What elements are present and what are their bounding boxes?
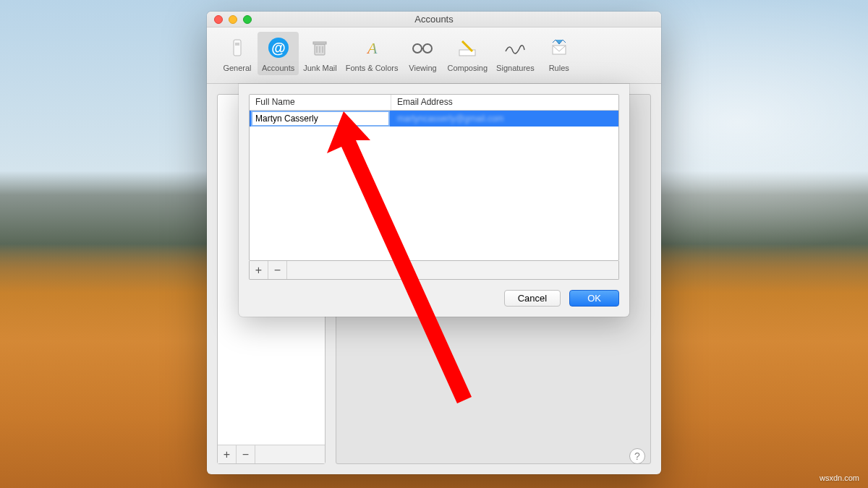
email-addresses-dialog: Full Name Email Address martyncasserly@g… [239,84,629,317]
trash-icon [307,35,333,61]
pen-icon [454,35,480,61]
column-header-email[interactable]: Email Address [391,95,618,110]
tab-label: Rules [549,64,569,72]
table-header: Full Name Email Address [250,95,618,111]
add-account-button[interactable]: + [218,445,237,463]
tab-signatures[interactable]: Signatures [492,32,539,75]
tab-label: Accounts [262,64,294,72]
help-button[interactable]: ? [629,448,645,464]
titlebar[interactable]: Accounts [207,12,661,27]
at-icon: @ [265,35,292,61]
watermark: wsxdn.com [820,474,859,482]
tab-label: Junk Mail [303,64,336,72]
svg-rect-0 [234,40,241,56]
svg-text:A: A [366,39,378,57]
tab-label: Composing [447,64,488,72]
rules-icon [546,35,572,61]
cell-name [250,111,391,127]
svg-point-11 [423,44,432,53]
preferences-toolbar: General @ Accounts Junk Mail A Fonts & C… [207,27,661,84]
tab-label: Signatures [496,64,535,72]
addresses-table: Full Name Email Address martyncasserly@g… [249,94,619,261]
ok-button[interactable]: OK [569,290,619,307]
remove-address-button[interactable]: − [268,261,287,279]
signature-icon [502,35,528,61]
fonts-icon: A [359,35,385,61]
window-title: Accounts [207,14,661,25]
remove-account-button[interactable]: − [237,445,255,463]
tab-viewing[interactable]: Viewing [402,32,443,75]
tab-label: Viewing [409,64,436,72]
dialog-buttons: Cancel OK [249,290,619,307]
tab-label: Fonts & Colors [346,64,399,72]
svg-text:@: @ [271,40,286,56]
svg-rect-1 [235,43,239,46]
add-address-button[interactable]: + [250,261,268,279]
dialog-toolbar: + − [249,261,619,280]
table-row[interactable]: martyncasserly@gmail.com [250,111,618,127]
tab-accounts[interactable]: @ Accounts [258,32,299,75]
tab-junk-mail[interactable]: Junk Mail [299,32,341,75]
tab-general[interactable]: General [217,32,258,75]
tab-rules[interactable]: Rules [539,32,579,75]
tab-composing[interactable]: Composing [443,32,492,75]
glasses-icon [409,35,435,61]
slider-icon [224,35,250,61]
sidebar-footer: + − [218,445,325,463]
svg-rect-5 [313,42,326,44]
cancel-button[interactable]: Cancel [504,290,561,307]
tab-label: General [223,64,251,72]
column-header-name[interactable]: Full Name [250,95,391,110]
full-name-input[interactable] [252,112,388,125]
tab-fonts-colors[interactable]: A Fonts & Colors [341,32,403,75]
svg-point-10 [413,44,422,53]
cell-email: martyncasserly@gmail.com [391,111,618,127]
